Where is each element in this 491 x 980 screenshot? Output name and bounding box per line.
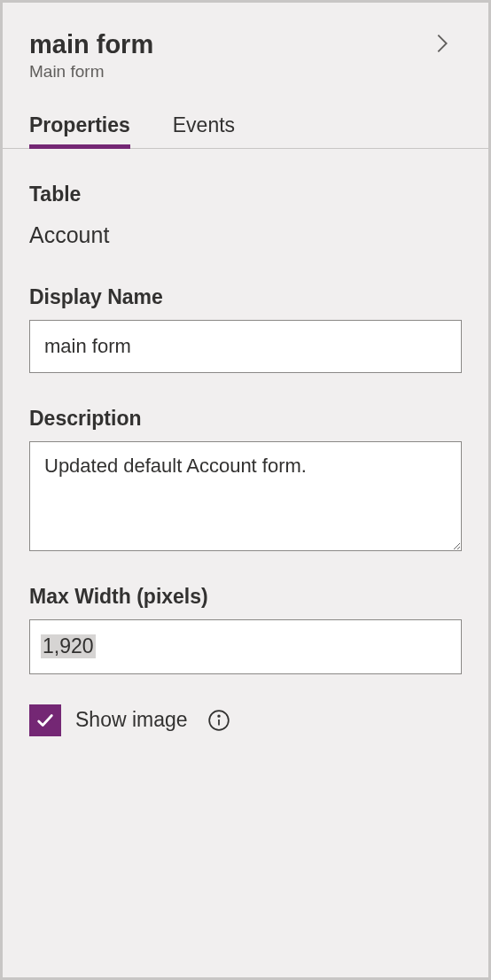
tab-bar: Properties Events	[3, 113, 488, 149]
tab-properties[interactable]: Properties	[29, 113, 130, 148]
table-value: Account	[29, 222, 462, 248]
show-image-checkbox[interactable]	[29, 704, 61, 736]
display-name-input[interactable]	[29, 320, 462, 373]
panel-header: main form Main form	[3, 3, 488, 82]
panel-subtitle: Main form	[29, 62, 462, 82]
chevron-right-icon[interactable]	[430, 31, 455, 56]
show-image-label: Show image	[75, 708, 188, 732]
panel-content: Table Account Display Name Description U…	[3, 149, 488, 736]
panel-title: main form	[29, 29, 462, 60]
max-width-value: 1,920	[41, 634, 96, 658]
description-label: Description	[29, 407, 462, 431]
table-label: Table	[29, 183, 462, 206]
max-width-input[interactable]: 1,920	[29, 619, 462, 674]
description-input[interactable]: Updated default Account form.	[29, 441, 462, 551]
info-icon[interactable]	[207, 709, 230, 732]
show-image-row: Show image	[29, 704, 462, 736]
svg-point-2	[218, 715, 220, 717]
tab-events[interactable]: Events	[173, 113, 235, 148]
max-width-label: Max Width (pixels)	[29, 585, 462, 609]
properties-panel: main form Main form Properties Events Ta…	[0, 0, 491, 980]
display-name-label: Display Name	[29, 285, 462, 309]
